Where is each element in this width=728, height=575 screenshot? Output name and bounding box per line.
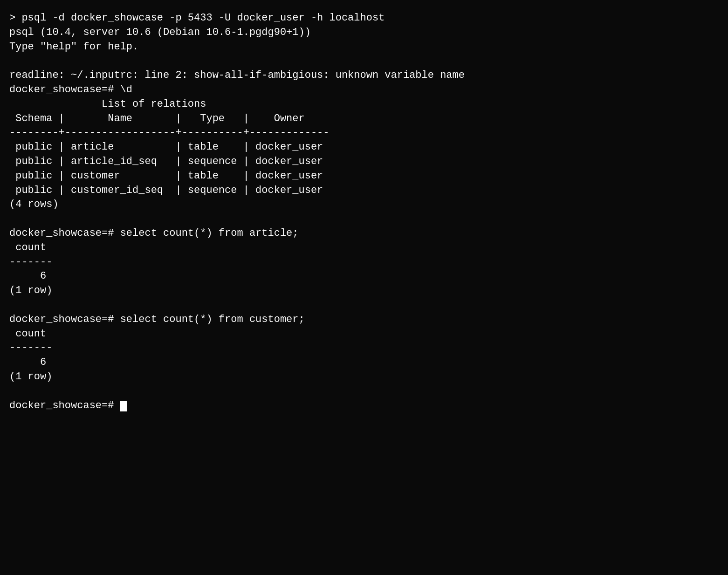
terminal-output: > psql -d docker_showcase -p 5433 -U doc… <box>9 11 719 413</box>
cursor <box>120 401 127 411</box>
